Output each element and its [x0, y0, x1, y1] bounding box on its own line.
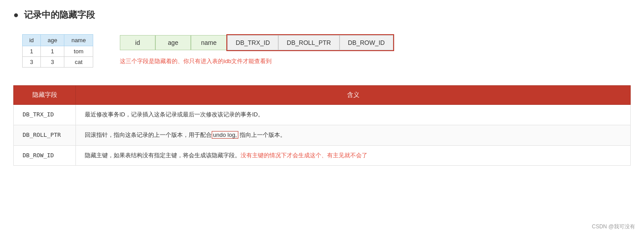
data-table: id age name 1 1 tom 3 3 cat	[22, 34, 93, 68]
page-title: 记录中的隐藏字段	[24, 9, 95, 21]
table-row: DB_ROW_ID 隐藏主键，如果表结构没有指定主键，将会生成该隐藏字段。没有主…	[14, 145, 631, 166]
field-desc-db-roll-ptr: 回滚指针，指向这条记录的上一个版本，用于配合undo log, 指向上一个版本。	[76, 125, 631, 145]
field-id: id	[120, 35, 155, 50]
field-db-trx-id: DB_TRX_ID	[227, 35, 278, 50]
fields-row: id age name DB_TRX_ID DB_ROLL_PTR DB_ROW…	[120, 34, 394, 51]
field-name-db-roll-ptr: DB_ROLL_PTR	[14, 125, 76, 145]
info-col-header-meaning: 含义	[76, 86, 631, 105]
field-name-db-row-id: DB_ROW_ID	[14, 145, 76, 166]
fields-diagram: id age name DB_TRX_ID DB_ROLL_PTR DB_ROW…	[120, 34, 394, 65]
cell-name-1: tom	[64, 46, 93, 57]
col-header-name: name	[64, 35, 93, 46]
page-title-row: ● 记录中的隐藏字段	[13, 9, 631, 21]
hidden-fields-group: DB_TRX_ID DB_ROLL_PTR DB_ROW_ID	[226, 34, 394, 51]
field-db-roll-ptr: DB_ROLL_PTR	[278, 35, 340, 50]
hidden-fields-hint: 这三个字段是隐藏着的、你只有进入表的idb文件才能查看到	[120, 57, 394, 65]
table-row: 3 3 cat	[23, 57, 93, 68]
table-row: DB_ROLL_PTR 回滚指针，指向这条记录的上一个版本，用于配合undo l…	[14, 125, 631, 145]
col-header-id: id	[23, 35, 41, 46]
cell-id-1: 1	[23, 46, 41, 57]
field-db-row-id: DB_ROW_ID	[340, 35, 393, 50]
field-desc-db-trx-id: 最近修改事务ID，记录插入这条记录或最后一次修改该记录的事务ID。	[76, 105, 631, 125]
table-row: 1 1 tom	[23, 46, 93, 57]
col-header-age: age	[41, 35, 64, 46]
field-name: name	[191, 35, 227, 50]
cell-name-2: cat	[64, 57, 93, 68]
bullet-icon: ●	[13, 10, 19, 20]
left-data-table-wrapper: id age name 1 1 tom 3 3 cat	[22, 34, 93, 68]
diagram-section: id age name 1 1 tom 3 3 cat	[22, 34, 631, 68]
field-age: age	[155, 35, 191, 50]
field-desc-db-row-id: 隐藏主键，如果表结构没有指定主键，将会生成该隐藏字段。没有主键的情况下才会生成这…	[76, 145, 631, 166]
info-table: 隐藏字段 含义 DB_TRX_ID 最近修改事务ID，记录插入这条记录或最后一次…	[13, 85, 631, 166]
undo-log-highlight: undo log,	[212, 131, 238, 139]
info-col-header-field: 隐藏字段	[14, 86, 76, 105]
cell-age-2: 3	[41, 57, 64, 68]
cell-id-2: 3	[23, 57, 41, 68]
cell-age-1: 1	[41, 46, 64, 57]
field-name-db-trx-id: DB_TRX_ID	[14, 105, 76, 125]
table-row: DB_TRX_ID 最近修改事务ID，记录插入这条记录或最后一次修改该记录的事务…	[14, 105, 631, 125]
red-note-db-row-id: 没有主键的情况下才会生成这个、有主见就不会了	[241, 152, 367, 159]
